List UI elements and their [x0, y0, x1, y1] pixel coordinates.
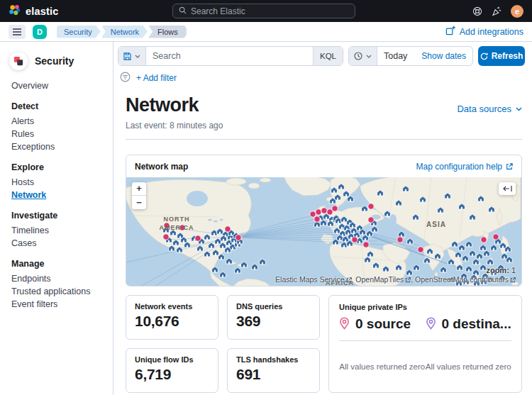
- add-filter-link[interactable]: + Add filter: [136, 73, 177, 83]
- map-marker-point[interactable]: [368, 204, 374, 209]
- map-legend-toggle-button[interactable]: [499, 182, 516, 195]
- sidebar-item-timelines[interactable]: Timelines: [11, 224, 113, 237]
- help-icon[interactable]: [472, 6, 482, 16]
- map-marker-house-door: [458, 255, 459, 257]
- map-marker-house-door: [211, 246, 212, 248]
- map-config-help-link[interactable]: Map configuration help: [416, 162, 513, 172]
- security-app-icon: [9, 52, 28, 70]
- kql-search-input[interactable]: [146, 51, 313, 61]
- map-attribution-link[interactable]: , OpenStreetMap contributors: [411, 275, 516, 284]
- map-marker-point[interactable]: [321, 208, 327, 213]
- map-marker-point[interactable]: [163, 234, 169, 240]
- map-marker-house-door: [353, 231, 355, 233]
- map-marker-point[interactable]: [493, 234, 499, 240]
- sidebar-item-rules[interactable]: Rules: [11, 128, 113, 140]
- map-marker-house-door: [187, 245, 188, 247]
- sidebar-item-cases[interactable]: Cases: [11, 237, 113, 250]
- date-range-value[interactable]: Today: [377, 51, 421, 61]
- chevron-down-icon: [516, 107, 522, 111]
- filter-icon[interactable]: [120, 72, 131, 84]
- saved-query-menu-button[interactable]: [118, 47, 146, 65]
- menu-hamburger-icon[interactable]: [9, 25, 26, 39]
- sidebar-item-exceptions[interactable]: Exceptions: [11, 140, 113, 153]
- map-marker-house-door: [172, 233, 174, 235]
- map-marker-point[interactable]: [225, 226, 231, 232]
- network-map-canvas[interactable]: NORTH AMERICA ASIA AFRICA + − zoom: 1 El…: [126, 177, 521, 286]
- map-marker-house-door: [450, 262, 452, 265]
- map-marker-house-door: [364, 209, 365, 211]
- map-marker-house-door: [486, 254, 487, 256]
- map-marker-house-door: [222, 246, 223, 248]
- zoom-out-button[interactable]: −: [132, 196, 146, 209]
- breadcrumb-security[interactable]: Security: [57, 26, 101, 38]
- breadcrumb-network[interactable]: Network: [101, 26, 148, 38]
- show-dates-link[interactable]: Show dates: [421, 51, 472, 61]
- svg-text:NORTH: NORTH: [164, 216, 190, 223]
- map-marker-point[interactable]: [314, 216, 320, 222]
- refresh-button[interactable]: Refresh: [478, 46, 525, 66]
- map-marker-point[interactable]: [195, 235, 201, 241]
- sidebar-item-alerts[interactable]: Alerts: [11, 115, 113, 128]
- map-marker-house-door: [475, 262, 477, 265]
- map-marker-house-door: [465, 259, 466, 261]
- map-marker-house-door: [228, 243, 230, 245]
- map-marker-point[interactable]: [316, 209, 321, 215]
- map-marker-point[interactable]: [368, 217, 374, 223]
- page-title: Network: [126, 94, 223, 116]
- map-marker-house-door: [493, 248, 494, 250]
- zoom-in-button[interactable]: +: [132, 182, 146, 196]
- stat-card-value: 10,676: [135, 313, 209, 330]
- map-marker-house-door: [179, 250, 180, 252]
- add-integrations-link[interactable]: Add integrations: [445, 26, 523, 38]
- add-integrations-icon: [445, 26, 455, 38]
- map-marker-house-door: [323, 223, 324, 226]
- sidebar-item-overview[interactable]: Overview: [11, 79, 113, 92]
- map-marker-house-door: [221, 257, 222, 260]
- map-marker-house-door: [497, 242, 499, 244]
- top-header: elastic e: [0, 0, 532, 22]
- map-marker-house-door: [335, 243, 336, 245]
- map-marker-point[interactable]: [352, 237, 358, 243]
- map-attribution-link[interactable]: Elastic Maps Service: [275, 275, 351, 284]
- map-marker-house-door: [370, 255, 371, 257]
- source-zero-message: All values returned zero: [339, 362, 426, 371]
- kql-language-badge[interactable]: KQL: [313, 47, 343, 65]
- map-marker-house-door: [468, 245, 470, 247]
- map-marker-point[interactable]: [418, 247, 423, 252]
- map-marker-house-door: [415, 218, 416, 220]
- map-marker-house-door: [222, 275, 223, 277]
- user-avatar[interactable]: e: [511, 5, 523, 18]
- map-marker-point[interactable]: [363, 242, 369, 247]
- map-marker-point[interactable]: [397, 237, 403, 243]
- map-marker-house-door: [461, 248, 462, 250]
- map-marker-point[interactable]: [310, 211, 316, 217]
- sidebar-item-trusted-applications[interactable]: Trusted applications: [11, 285, 113, 298]
- elastic-logo-text: elastic: [26, 6, 59, 17]
- sidebar-item-endpoints[interactable]: Endpoints: [11, 272, 113, 285]
- global-search[interactable]: [172, 4, 355, 18]
- space-badge[interactable]: D: [33, 25, 47, 39]
- global-search-input[interactable]: [191, 6, 349, 16]
- map-marker-point[interactable]: [235, 235, 241, 240]
- map-marker-point[interactable]: [481, 237, 487, 243]
- data-sources-button[interactable]: Data sources: [457, 104, 522, 114]
- sidebar: Security OverviewDetectAlertsRulesExcept…: [0, 42, 113, 395]
- map-marker-house-door: [437, 257, 438, 259]
- map-marker-point[interactable]: [332, 206, 338, 211]
- map-marker-house-door: [429, 252, 431, 254]
- map-marker-house-door: [183, 240, 184, 243]
- quick-time-menu-button[interactable]: [349, 47, 377, 65]
- map-marker-house-door: [219, 232, 221, 234]
- sidebar-item-network[interactable]: Network: [11, 189, 113, 201]
- map-marker-house-door: [461, 207, 462, 209]
- saved-query-icon: [123, 52, 131, 60]
- map-marker-house-door: [332, 201, 333, 204]
- elastic-logo[interactable]: elastic: [9, 4, 59, 18]
- sidebar-item-hosts[interactable]: Hosts: [11, 176, 113, 189]
- map-marker-house-door: [472, 218, 473, 220]
- newsfeed-icon[interactable]: [492, 6, 501, 16]
- stat-card-label: Unique flow IDs: [135, 355, 209, 364]
- map-attribution-link[interactable]: , OpenMapTiles: [352, 275, 411, 284]
- map-meta: zoom: 1 Elastic Maps Service, OpenMapTil…: [275, 266, 516, 284]
- sidebar-item-event-filters[interactable]: Event filters: [11, 298, 113, 311]
